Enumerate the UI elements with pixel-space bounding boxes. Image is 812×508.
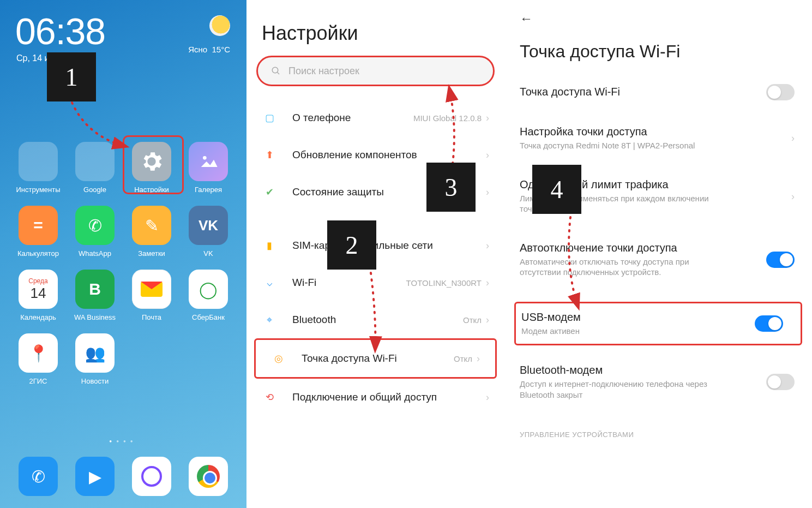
app-label: 2ГИС [29,377,47,385]
step-badge-3: 3 [426,163,476,212]
row-label: Точка доступа Wi-Fi [302,352,454,364]
app-СберБанк[interactable]: ◯СберБанк [180,270,237,321]
row-label: Bluetooth-модем [520,364,795,376]
row-label: Автоотключение точки доступа [520,242,795,254]
toggle-switch[interactable] [766,374,795,390]
toggle-switch[interactable] [766,84,795,100]
folder-icon [19,142,58,181]
sber-icon: ◯ [189,270,228,309]
app-label: Калькулятор [17,249,59,258]
settings-row-wifi[interactable]: ⌵Wi-FiTOTOLINK_N300RT› [246,264,504,301]
chevron-right-icon: › [486,187,489,198]
wifi-icon: ⌵ [262,275,277,290]
hotspot-row-5[interactable]: Bluetooth-модемДоступ к интернет-подключ… [504,355,812,409]
dock-msg[interactable]: ▶ [75,457,115,496]
search-placeholder: Поиск настроек [288,65,359,77]
chevron-right-icon: › [486,240,489,252]
wab-icon: B [75,270,115,309]
app-VK[interactable]: VKVK [180,206,237,258]
bt-icon: ⌖ [262,312,277,327]
section-label: УПРАВЛЕНИЕ УСТРОЙСТВАМИ [504,409,812,439]
app-Google[interactable]: Google [67,142,123,194]
phone-info-icon: ▢ [262,110,277,125]
shield-icon: ✔ [262,184,277,200]
row-label: Настройка точки доступа [520,125,795,138]
hotspot-row-4[interactable]: USB-модемМодем активен [514,302,802,346]
settings-search[interactable]: Поиск настроек [256,56,495,86]
toggle-switch[interactable] [766,252,795,268]
step-badge-1: 1 [47,52,96,101]
settings-row-bt[interactable]: ⌖BluetoothОткл› [246,301,504,338]
app-label: СберБанк [192,313,225,321]
hotspot-row-3[interactable]: Автоотключение точки доступаАвтоматическ… [504,233,812,286]
app-Заметки[interactable]: ✎Заметки [123,206,180,258]
chevron-right-icon: › [486,314,489,326]
dock-chrome[interactable] [189,457,228,496]
row-label: Обновление компонентов [292,149,486,161]
app-label: Галерея [195,186,222,194]
dock-cam[interactable] [132,457,171,496]
app-Новости[interactable]: 👥Новости [67,333,123,385]
chevron-right-icon: › [791,133,795,144]
back-arrow-icon[interactable]: ← [504,0,812,26]
settings-row-hotspot[interactable]: ◎Точка доступа Wi-FiОткл› [254,338,497,379]
row-subtitle: Точка доступа Redmi Note 8T | WPA2-Perso… [520,140,727,151]
app-2ГИС[interactable]: 📍2ГИС [10,333,67,385]
app-Календарь[interactable]: Среда14Календарь [10,270,67,321]
row-subtitle: Модем активен [521,326,729,337]
weather-sun-icon [209,15,230,36]
dock-phone[interactable]: ✆ [19,457,58,496]
chevron-right-icon: › [486,277,489,289]
app-label: Календарь [20,313,56,321]
row-subtitle: Автоматически отключать точку доступа пр… [520,256,727,278]
row-label: Точка доступа Wi-Fi [520,86,795,98]
vk-icon: VK [189,206,228,245]
page-indicator: ●●●● [0,439,246,444]
row-label: SIM-карты и мобильные сети [292,240,486,252]
row-label: Bluetooth [292,314,463,326]
news-icon: 👥 [75,333,115,373]
clock-date: Ср, 14 июля [0,52,246,63]
hotspot-row-0[interactable]: Точка доступа Wi-Fi [504,77,812,107]
app-Почта[interactable]: Почта [123,270,180,321]
app-label: VK [203,249,213,258]
chevron-right-icon: › [486,150,489,161]
app-Калькулятор[interactable]: =Калькулятор [10,206,67,258]
hotspot-row-1[interactable]: Настройка точки доступаТочка доступа Red… [504,117,812,160]
chevron-right-icon: › [486,112,489,124]
folder-icon [75,142,115,181]
calc-icon: = [19,206,58,245]
row-value: Откл [454,354,472,363]
toggle-switch[interactable] [755,315,783,332]
app-label: WhatsApp [79,249,111,258]
svg-point-1 [272,67,278,73]
app-label: Почта [142,313,161,321]
app-WA Business[interactable]: BWA Business [67,270,123,321]
app-Инструменты[interactable]: Инструменты [10,142,67,194]
gis-icon: 📍 [19,333,58,373]
settings-row-share[interactable]: ⟲Подключение и общий доступ› [246,379,504,416]
row-value: MIUI Global 12.0.8 [413,113,482,123]
step-badge-4: 4 [532,165,581,214]
step-badge-2: 2 [327,220,376,270]
chevron-right-icon: › [791,190,795,202]
app-WhatsApp[interactable]: ✆WhatsApp [67,206,123,258]
settings-row-phone-info[interactable]: ▢О телефонеMIUI Global 12.0.8› [246,99,504,136]
share-icon: ⟲ [262,390,277,405]
cal-icon: Среда14 [19,270,58,309]
row-value: Откл [463,315,482,325]
weather-widget[interactable]: Ясно 15°C [188,15,230,54]
app-label: Google [83,186,106,194]
app-Галерея[interactable]: Галерея [180,142,237,194]
mail-icon [132,270,171,309]
settings-app-highlight [123,135,184,194]
wa-icon: ✆ [75,206,115,245]
hotspot-icon: ◎ [271,351,286,366]
app-label: Новости [81,377,109,385]
sim-icon: ▮ [262,238,277,253]
notes-icon: ✎ [132,206,171,245]
update-icon: ⬆ [262,147,277,163]
hotspot-screen: ← Точка доступа Wi-Fi Точка доступа Wi-F… [504,0,812,508]
chevron-right-icon: › [486,392,489,403]
chevron-right-icon: › [477,353,480,364]
